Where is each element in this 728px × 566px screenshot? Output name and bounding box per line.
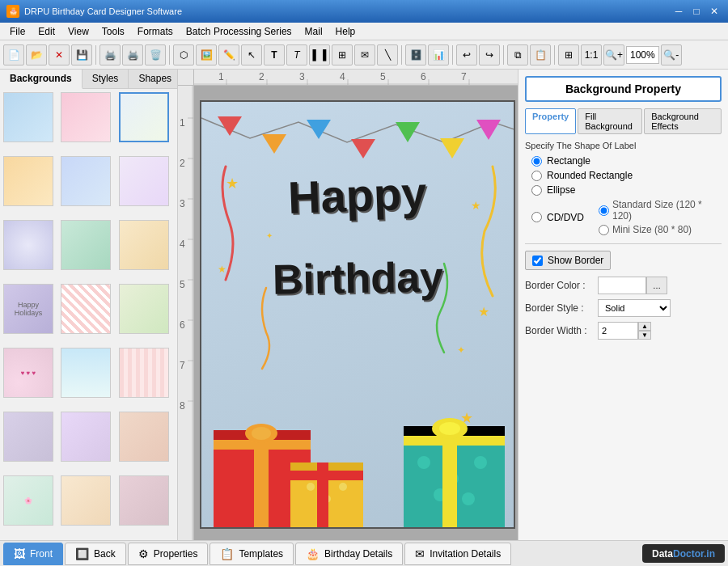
property-header: Background Property: [525, 76, 722, 102]
svg-text:2: 2: [180, 158, 185, 169]
svg-marker-37: [440, 138, 464, 158]
thumb-5[interactable]: [61, 156, 111, 206]
thumb-21[interactable]: [119, 475, 169, 526]
menu-help[interactable]: Help: [329, 24, 362, 39]
maximize-button[interactable]: □: [689, 4, 704, 19]
menu-batch[interactable]: Batch Processing Series: [180, 24, 298, 39]
image-button[interactable]: 🖼️: [196, 44, 217, 65]
thumb-17[interactable]: [61, 412, 111, 462]
print-button[interactable]: 🖨️: [99, 44, 121, 65]
menu-tools[interactable]: Tools: [95, 24, 131, 39]
thumb-8[interactable]: [61, 220, 111, 270]
shape-button[interactable]: ⬡: [173, 44, 194, 65]
pencil-button[interactable]: ✏️: [218, 44, 239, 65]
thumb-20[interactable]: [61, 475, 111, 526]
align-button[interactable]: ⊞: [332, 44, 353, 65]
cursor-button[interactable]: ↖: [241, 44, 262, 65]
thumb-2[interactable]: [61, 92, 111, 142]
zoom-in-button[interactable]: 🔍+: [603, 44, 624, 65]
tab-birthday-details[interactable]: 🎂 Birthday Details: [295, 543, 403, 565]
thumb-19[interactable]: 🌸: [3, 475, 53, 526]
thumb-12[interactable]: [119, 284, 169, 334]
thumb-11[interactable]: [61, 284, 111, 334]
zoom-out-button[interactable]: 🔍-: [661, 44, 682, 65]
new-button[interactable]: 📄: [3, 44, 24, 65]
redo-button[interactable]: ↪: [479, 44, 500, 65]
radio-cddvd[interactable]: [531, 212, 542, 222]
birthday-icon: 🎂: [306, 547, 320, 560]
tab-property[interactable]: Property: [525, 108, 576, 134]
db2-button[interactable]: 📊: [428, 44, 449, 65]
close-doc-button[interactable]: ✕: [49, 44, 70, 65]
thumb-16[interactable]: [3, 412, 53, 462]
tab-front[interactable]: 🖼 Front: [3, 543, 63, 565]
menu-file[interactable]: File: [3, 24, 32, 39]
thumb-10[interactable]: Happy Holidays: [3, 284, 53, 334]
thumb-4[interactable]: [3, 156, 53, 206]
radio-rectangle[interactable]: [531, 156, 542, 167]
svg-point-49: [339, 483, 347, 491]
open-button[interactable]: 📂: [26, 44, 47, 65]
tab-backgrounds[interactable]: Backgrounds: [0, 70, 83, 89]
menu-mail[interactable]: Mail: [298, 24, 329, 39]
thumb-3[interactable]: [119, 92, 169, 142]
undo-button[interactable]: ↩: [456, 44, 477, 65]
tab-back[interactable]: 🔲 Back: [65, 543, 126, 565]
border-color-input[interactable]: [598, 277, 646, 294]
db-button[interactable]: 🗄️: [405, 44, 426, 65]
show-border-checkbox[interactable]: [532, 256, 543, 266]
border-width-down-button[interactable]: ▼: [638, 331, 651, 340]
tab-properties[interactable]: ⚙ Properties: [128, 543, 209, 565]
cd-mini-row: Mini Size (80 * 80): [599, 224, 722, 235]
print2-button[interactable]: 🖨️: [122, 44, 143, 65]
border-color-picker-button[interactable]: …: [646, 277, 667, 294]
delete-button[interactable]: 🗑️: [145, 44, 166, 65]
border-style-select[interactable]: Solid Dashed Dotted Double: [598, 299, 671, 317]
thumb-6[interactable]: [119, 156, 169, 206]
thumb-9[interactable]: [119, 220, 169, 270]
back-icon: 🔲: [75, 547, 89, 560]
grid-button[interactable]: ⊞: [558, 44, 579, 65]
tab-styles[interactable]: Styles: [83, 70, 129, 88]
text-button[interactable]: T: [264, 44, 285, 65]
close-button[interactable]: ✕: [707, 4, 722, 19]
radio-cddvd-row: CD/DVD Standard Size (120 * 120) Mini Si…: [531, 199, 722, 235]
thumb-13[interactable]: ♥ ♥ ♥: [3, 348, 53, 398]
tab-invitation-details[interactable]: ✉ Invitation Details: [404, 543, 511, 565]
menu-formats[interactable]: Formats: [131, 24, 180, 39]
tab-shapes[interactable]: Shapes: [129, 70, 182, 88]
thumbnails-grid: Happy Holidays ♥ ♥ ♥ 🌸: [0, 89, 177, 540]
thumb-1[interactable]: [3, 92, 53, 142]
ruler-corner: [178, 70, 194, 86]
mail-button[interactable]: ✉: [354, 44, 375, 65]
brand-prefix: Data: [652, 548, 673, 560]
barcode-button[interactable]: ▌▐: [309, 44, 330, 65]
menu-view[interactable]: View: [61, 24, 95, 39]
thumb-15[interactable]: [119, 348, 169, 398]
tab-templates[interactable]: 📋 Templates: [210, 543, 294, 565]
thumb-14[interactable]: [61, 348, 111, 398]
menu-edit[interactable]: Edit: [32, 24, 61, 39]
line-button[interactable]: ╲: [377, 44, 398, 65]
text2-button[interactable]: T: [286, 44, 307, 65]
svg-text:3: 3: [180, 198, 185, 209]
radio-mini-size[interactable]: [599, 225, 609, 235]
minimize-button[interactable]: ─: [671, 4, 686, 19]
radio-ellipse[interactable]: [531, 185, 542, 196]
thumb-18[interactable]: [119, 412, 169, 462]
tab-background-effects[interactable]: Background Effects: [644, 108, 722, 134]
svg-text:2: 2: [259, 71, 265, 82]
tab-fill-background[interactable]: Fill Background: [578, 108, 642, 134]
copy-button[interactable]: ⧉: [507, 44, 528, 65]
scale-button[interactable]: 1:1: [581, 44, 602, 65]
thumb-7[interactable]: [3, 220, 53, 270]
app-title: DRPU Birthday Card Designer Software: [24, 6, 182, 16]
border-width-up-button[interactable]: ▲: [638, 322, 651, 331]
radio-rounded-rectangle[interactable]: [531, 171, 542, 181]
border-width-input[interactable]: [598, 322, 638, 340]
save-button[interactable]: 💾: [71, 44, 92, 65]
show-border-label: Show Border: [548, 255, 603, 266]
paste-button[interactable]: 📋: [530, 44, 551, 65]
radio-standard-size[interactable]: [599, 205, 609, 216]
svg-rect-51: [290, 471, 363, 480]
